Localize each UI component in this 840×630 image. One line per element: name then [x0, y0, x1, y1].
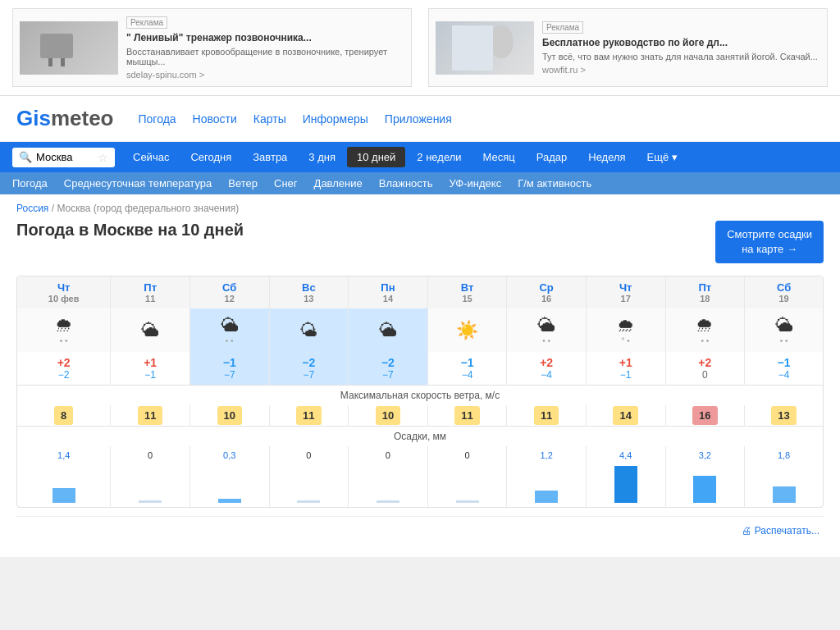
nav-karty[interactable]: Карты — [253, 112, 286, 126]
subnav-sredntemp[interactable]: Среднесуточная температура — [64, 177, 212, 189]
svg-rect-2 — [61, 58, 65, 66]
icon-2: 🌥• • — [189, 308, 269, 352]
day-col-5: Вт 15 — [427, 276, 507, 308]
weather-table: Чт 10 фев Пт 11 Сб 12 Вс 13 — [17, 276, 823, 507]
day-col-4: Пн 14 — [349, 276, 428, 308]
day-col-7: Чт 17 — [586, 276, 665, 308]
icon-8: 🌨• • — [665, 308, 745, 352]
page-title: Погода в Москве на 10 дней — [16, 221, 244, 240]
tab-zavtra[interactable]: Завтра — [243, 147, 297, 167]
nav-informery[interactable]: Информеры — [303, 112, 368, 126]
precip-values-row: 1,4 0 0,3 0 0 0 1,2 4,4 3,2 1,8 — [17, 446, 823, 462]
day-header-row: Чт 10 фев Пт 11 Сб 12 Вс 13 — [17, 276, 823, 308]
precip-section-label: Осадки, мм — [17, 427, 823, 447]
subnav-davlenie[interactable]: Давление — [314, 177, 363, 189]
precip-bar-8 — [665, 462, 745, 507]
ad-image-1 — [20, 21, 118, 75]
subnav-gm[interactable]: Г/м активность — [518, 177, 591, 189]
precip-val-6: 1,2 — [507, 446, 587, 462]
ad-link-1: sdelay-spinu.com > — [126, 70, 404, 80]
logo-g: G — [16, 106, 33, 130]
ad-text-2: Реклама Бесплатное руководство по йоге д… — [542, 21, 820, 75]
tab-2nedeli[interactable]: 2 недели — [407, 147, 471, 167]
favorite-icon[interactable]: ☆ — [98, 151, 108, 164]
weather-table-wrap: Чт 10 фев Пт 11 Сб 12 Вс 13 — [16, 276, 824, 508]
svg-rect-1 — [48, 58, 52, 66]
precip-bar-4 — [349, 462, 428, 507]
temp-7: +1 −1 — [586, 352, 665, 386]
icon-4: 🌥 — [349, 308, 428, 352]
precip-val-7: 4,4 — [586, 446, 665, 462]
print-bar[interactable]: 🖨 Распечатать... — [16, 516, 824, 545]
ad-banner: Реклама " Ленивый" тренажер позвоночника… — [0, 0, 840, 96]
icon-9: 🌥• • — [745, 308, 823, 352]
wind-row: 8 11 10 11 10 11 11 14 16 13 — [17, 405, 823, 427]
ad-label-2: Реклама — [542, 21, 583, 34]
page-header: Погода в Москве на 10 дней Смотрите осад… — [16, 221, 824, 263]
temp-0: +2 −2 — [17, 352, 111, 386]
icon-row: 🌨• • 🌥 🌥• • 🌤 🌥 ☀️ 🌥• • 🌧* • 🌨• • 🌥• • — [17, 308, 823, 352]
main-nav: Погода Новости Карты Информеры Приложени… — [139, 112, 452, 126]
nav-novosti[interactable]: Новости — [193, 112, 237, 126]
tab-10dney[interactable]: 10 дней — [347, 147, 405, 167]
tab-radar[interactable]: Радар — [527, 147, 578, 167]
wind-7: 14 — [586, 405, 665, 427]
site-header: Gismeteo Погода Новости Карты Информеры … — [0, 96, 840, 142]
ad-item-1[interactable]: Реклама " Ленивый" тренажер позвоночника… — [12, 8, 412, 87]
tab-buttons: Сейчас Сегодня Завтра 3 дня 10 дней 2 не… — [123, 147, 687, 167]
precip-val-2: 0,3 — [189, 446, 269, 462]
subnav-veter[interactable]: Ветер — [228, 177, 258, 189]
tab-segodnya[interactable]: Сегодня — [180, 147, 241, 167]
tab-seychas[interactable]: Сейчас — [123, 147, 179, 167]
logo[interactable]: Gismeteo — [16, 106, 114, 131]
breadcrumb: Россия / Москва (город федерального знач… — [16, 203, 824, 214]
tab-mesyats[interactable]: Месяц — [473, 147, 525, 167]
temp-3: −2 −7 — [269, 352, 349, 386]
svg-rect-0 — [40, 34, 73, 58]
rain-map-button[interactable]: Смотрите осадкина карте → — [715, 221, 824, 263]
precip-bar-0 — [17, 462, 111, 507]
precip-val-8: 3,2 — [665, 446, 745, 462]
precip-val-4: 0 — [349, 446, 428, 462]
breadcrumb-moscow: Москва (город федерального значения) — [57, 203, 239, 214]
subnav-vlazhnost[interactable]: Влажность — [379, 177, 433, 189]
subnav-uf[interactable]: УФ-индекс — [450, 177, 502, 189]
day-col-6: Ср 16 — [507, 276, 587, 308]
logo-meteo: meteo — [51, 106, 114, 130]
search-input[interactable] — [36, 151, 94, 163]
precip-bar-row — [17, 462, 823, 507]
temp-6: +2 −4 — [507, 352, 587, 386]
nav-prilozhenia[interactable]: Приложения — [385, 112, 452, 126]
precip-val-1: 0 — [111, 446, 190, 462]
icon-3: 🌤 — [269, 308, 349, 352]
tab-3dnya[interactable]: 3 дня — [299, 147, 345, 167]
search-box[interactable]: 🔍 ☆ — [12, 148, 115, 167]
icon-7: 🌧* • — [586, 308, 665, 352]
day-col-0: Чт 10 фев — [17, 276, 111, 308]
ad-item-2[interactable]: Реклама Бесплатное руководство по йоге д… — [428, 8, 828, 87]
tab-esche[interactable]: Ещё ▾ — [637, 147, 687, 167]
ad-desc-1: Восстанавливает кровообращение в позвоно… — [126, 47, 404, 66]
temp-2: −1 −7 — [189, 352, 269, 386]
search-bar: 🔍 ☆ Сейчас Сегодня Завтра 3 дня 10 дней … — [0, 142, 840, 172]
wind-6: 11 — [507, 405, 587, 427]
tab-nedelya[interactable]: Неделя — [578, 147, 635, 167]
ad-title-1: " Ленивый" тренажер позвоночника... — [126, 32, 404, 43]
wind-1: 11 — [111, 405, 190, 427]
subnav-sneg[interactable]: Снег — [274, 177, 298, 189]
day-col-2: Сб 12 — [189, 276, 269, 308]
svg-rect-4 — [452, 25, 493, 71]
wind-8: 16 — [665, 405, 745, 427]
ad-label-1: Реклама — [126, 16, 167, 29]
wind-section-label: Максимальная скорость ветра, м/с — [17, 386, 823, 406]
ad-title-2: Бесплатное руководство по йоге дл... — [542, 37, 820, 48]
main-content-area: Россия / Москва (город федерального знач… — [0, 194, 840, 557]
nav-pogoda[interactable]: Погода — [139, 112, 176, 126]
subnav-pogoda[interactable]: Погода — [12, 177, 48, 189]
precip-bar-3 — [269, 462, 349, 507]
precip-val-0: 1,4 — [17, 446, 111, 462]
breadcrumb-russia[interactable]: Россия — [16, 203, 48, 214]
precip-bar-5 — [427, 462, 507, 507]
precip-bar-6 — [507, 462, 587, 507]
precip-bar-1 — [111, 462, 190, 507]
